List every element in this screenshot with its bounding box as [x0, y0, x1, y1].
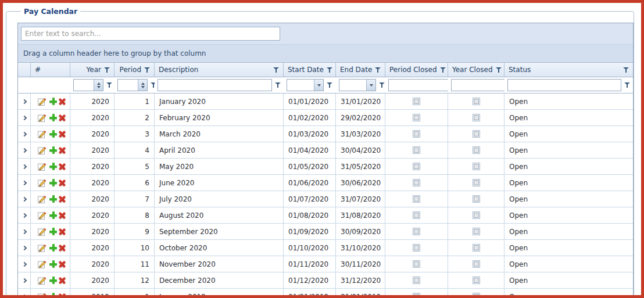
- add-icon[interactable]: [49, 195, 56, 203]
- end-date-filter-input[interactable]: [339, 80, 366, 91]
- header-description[interactable]: Description: [155, 63, 284, 77]
- table-row[interactable]: 2020 5 May 2020 01/05/2020 31/05/2020 Op…: [18, 159, 633, 175]
- table-row[interactable]: 2020 11 November 2020 01/11/2020 30/11/2…: [18, 256, 633, 272]
- expand-row-icon[interactable]: [22, 148, 27, 152]
- delete-icon[interactable]: [58, 276, 66, 285]
- edit-icon[interactable]: [37, 195, 47, 204]
- dropdown-arrow-icon[interactable]: [370, 84, 373, 87]
- expand-row-icon[interactable]: [22, 278, 27, 282]
- year-closed-checkbox[interactable]: [473, 293, 480, 298]
- description-filter-icon[interactable]: [273, 67, 279, 73]
- expand-row-icon[interactable]: [22, 294, 27, 298]
- expand-row-icon[interactable]: [22, 180, 27, 185]
- year-closed-checkbox[interactable]: [473, 228, 480, 235]
- add-icon[interactable]: [49, 178, 56, 187]
- end-date-filter-menu-icon[interactable]: [379, 82, 385, 88]
- search-input[interactable]: [21, 27, 280, 41]
- table-row[interactable]: 2020 10 October 2020 01/10/2020 31/10/20…: [18, 240, 633, 256]
- period-filter-menu-icon[interactable]: [151, 82, 155, 88]
- status-filter-input[interactable]: [508, 80, 621, 91]
- expand-cell[interactable]: [18, 159, 31, 174]
- expand-cell[interactable]: [18, 272, 31, 288]
- header-period[interactable]: Period: [115, 63, 155, 77]
- year-closed-filter-icon[interactable]: [496, 67, 502, 73]
- edit-icon[interactable]: [37, 227, 47, 236]
- expand-cell[interactable]: [18, 240, 31, 256]
- table-row[interactable]: 2020 8 August 2020 01/08/2020 31/08/2020…: [18, 207, 633, 224]
- dropdown-arrow-icon[interactable]: [317, 84, 321, 87]
- edit-icon[interactable]: [37, 276, 47, 285]
- year-closed-filter-select[interactable]: [452, 80, 505, 91]
- expand-cell[interactable]: [18, 191, 31, 207]
- table-row[interactable]: 2020 2 February 2020 01/02/2020 29/02/20…: [18, 110, 633, 126]
- year-closed-checkbox[interactable]: [473, 163, 480, 170]
- edit-icon[interactable]: [37, 113, 47, 123]
- end-date-dropdown-button[interactable]: [366, 80, 375, 91]
- spin-down-icon[interactable]: [97, 86, 101, 88]
- period-closed-checkbox[interactable]: [413, 211, 420, 219]
- add-icon[interactable]: [49, 162, 56, 171]
- delete-icon[interactable]: [58, 162, 66, 171]
- add-icon[interactable]: [49, 243, 56, 252]
- delete-icon[interactable]: [58, 178, 66, 187]
- year-closed-checkbox[interactable]: [473, 114, 480, 121]
- period-closed-filter-icon[interactable]: [440, 67, 446, 73]
- year-filter-input[interactable]: [74, 80, 94, 91]
- year-closed-checkbox[interactable]: [473, 211, 480, 219]
- add-icon[interactable]: [49, 97, 56, 106]
- expand-cell[interactable]: [18, 289, 31, 298]
- table-row[interactable]: 2020 9 September 2020 01/09/2020 30/09/2…: [18, 224, 633, 240]
- spin-up-icon[interactable]: [97, 82, 101, 85]
- period-closed-checkbox[interactable]: [413, 130, 420, 138]
- expand-row-icon[interactable]: [22, 131, 27, 136]
- start-date-filter-menu-icon[interactable]: [327, 82, 332, 88]
- year-closed-checkbox[interactable]: [473, 244, 480, 252]
- expand-cell[interactable]: [18, 256, 31, 272]
- table-row[interactable]: 2020 4 April 2020 01/04/2020 30/04/2020 …: [18, 142, 633, 159]
- period-closed-checkbox[interactable]: [413, 228, 420, 235]
- header-year[interactable]: Year: [70, 63, 115, 77]
- delete-icon[interactable]: [58, 113, 66, 122]
- expand-cell[interactable]: [18, 175, 31, 191]
- description-filter-input[interactable]: [158, 80, 271, 91]
- period-closed-checkbox[interactable]: [413, 98, 420, 105]
- add-icon[interactable]: [49, 130, 56, 138]
- period-closed-filter-select[interactable]: [389, 80, 448, 91]
- edit-icon[interactable]: [37, 260, 47, 269]
- expand-cell[interactable]: [18, 207, 31, 223]
- status-filter-menu-icon[interactable]: [624, 82, 630, 88]
- delete-icon[interactable]: [58, 211, 66, 220]
- header-year-closed[interactable]: Year Closed: [448, 63, 505, 77]
- edit-icon[interactable]: [37, 97, 47, 106]
- period-closed-checkbox[interactable]: [413, 179, 420, 186]
- expand-cell[interactable]: [18, 110, 31, 125]
- start-date-dropdown-button[interactable]: [314, 80, 323, 91]
- delete-icon[interactable]: [58, 292, 66, 298]
- add-icon[interactable]: [49, 292, 56, 298]
- period-closed-checkbox[interactable]: [413, 146, 420, 154]
- period-closed-checkbox[interactable]: [413, 293, 420, 298]
- table-row[interactable]: 2020 7 July 2020 01/07/2020 31/07/2020 O…: [18, 191, 633, 207]
- expand-cell[interactable]: [18, 94, 31, 109]
- spin-up-icon[interactable]: [141, 82, 145, 85]
- delete-icon[interactable]: [58, 146, 66, 155]
- delete-icon[interactable]: [58, 227, 66, 236]
- year-filter-menu-icon[interactable]: [106, 82, 112, 88]
- delete-icon[interactable]: [58, 243, 66, 252]
- header-period-closed[interactable]: Period Closed: [385, 63, 448, 77]
- status-filter-icon[interactable]: [623, 67, 629, 73]
- expand-row-icon[interactable]: [22, 261, 27, 266]
- header-actions[interactable]: #: [31, 63, 70, 77]
- table-row[interactable]: 2020 12 December 2020 01/12/2020 31/12/2…: [18, 272, 633, 289]
- expand-row-icon[interactable]: [22, 196, 27, 201]
- expand-row-icon[interactable]: [22, 229, 27, 234]
- header-end-date[interactable]: End Date: [336, 63, 385, 77]
- edit-icon[interactable]: [37, 146, 47, 155]
- expand-row-icon[interactable]: [22, 164, 27, 168]
- year-closed-checkbox[interactable]: [473, 277, 480, 284]
- add-icon[interactable]: [49, 227, 56, 236]
- table-row[interactable]: 2019 1 January 2019 01/01/2019 31/01/201…: [18, 289, 633, 298]
- year-filter-icon[interactable]: [104, 67, 110, 73]
- expand-cell[interactable]: [18, 224, 31, 239]
- expand-row-icon[interactable]: [22, 99, 27, 103]
